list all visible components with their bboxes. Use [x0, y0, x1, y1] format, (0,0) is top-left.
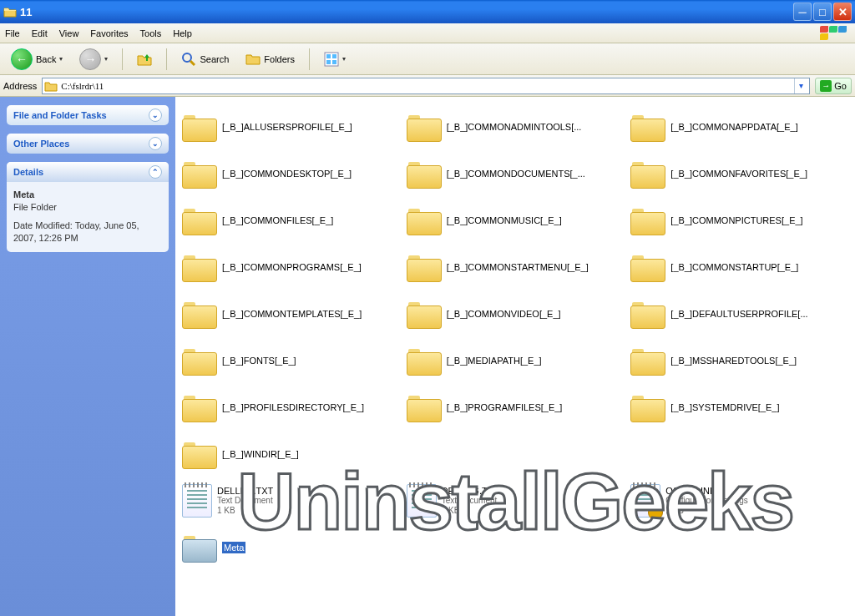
svg-rect-6	[332, 60, 336, 64]
back-dropdown-icon[interactable]: ▾	[59, 55, 63, 63]
file-label: OSVER.INI	[665, 486, 747, 496]
file-item[interactable]: [_B_]ALLUSERSPROFILE[_E_]	[179, 104, 403, 150]
file-item[interactable]: [_B_]COMMONPROGRAMS[_E_]	[179, 244, 403, 290]
address-label: Address	[3, 81, 37, 91]
file-item[interactable]: [_B_]COMMONPICTURES[_E_]	[627, 197, 852, 244]
menu-help[interactable]: Help	[173, 28, 192, 38]
file-label: [_B_]COMMONDOCUMENTS[_...	[447, 169, 585, 179]
menu-favorites[interactable]: Favorites	[90, 28, 128, 38]
file-label: [_B_]COMMONSTARTUP[_E_]	[670, 262, 798, 272]
file-label: [_B_]COMMONSTARTMENU[_E_]	[447, 262, 589, 272]
svg-line-1	[190, 61, 195, 65]
go-button[interactable]: → Go	[815, 78, 852, 94]
panel-details-title: Details	[13, 167, 43, 177]
file-item[interactable]: [_B_]WINDIR[_E_]	[179, 431, 403, 477]
folder-icon	[630, 205, 665, 235]
file-item[interactable]: [_B_]COMMONDOCUMENTS[_...	[403, 150, 628, 197]
address-field[interactable]: ▾	[42, 78, 810, 94]
file-label: [_B_]COMMONPROGRAMS[_E_]	[222, 262, 362, 272]
file-item[interactable]: [_B_]COMMONFAVORITES[_E_]	[627, 150, 852, 197]
address-dropdown-icon[interactable]: ▾	[794, 78, 807, 93]
file-label: [_B_]COMMONVIDEO[_E_]	[447, 309, 561, 319]
svg-rect-4	[332, 54, 336, 58]
file-label: [_B_]PROGRAMFILES[_E_]	[447, 402, 563, 412]
back-icon: ←	[11, 48, 33, 70]
folder-icon	[182, 439, 217, 469]
file-item[interactable]: [_B_]MEDIAPATH[_E_]	[403, 337, 628, 384]
file-label: [_B_]COMMONMUSIC[_E_]	[447, 215, 562, 225]
file-item[interactable]: [_B_]COMMONFILES[_E_]	[179, 197, 403, 244]
back-button[interactable]: ← Back ▾	[5, 45, 68, 73]
file-item[interactable]: [_B_]COMMONMUSIC[_E_]	[403, 197, 628, 244]
go-arrow-icon: →	[820, 80, 832, 92]
file-item[interactable]: [_B_]DEFAULTUSERPROFILE[...	[627, 290, 852, 337]
up-button[interactable]	[131, 48, 158, 70]
address-bar: Address ▾ → Go	[0, 75, 855, 97]
file-item[interactable]: [_B_]COMMONTEMPLATES[_E_]	[179, 290, 403, 337]
file-list[interactable]: [_B_]ALLUSERSPROFILE[_E_][_B_]COMMONADMI…	[175, 97, 855, 616]
menu-file[interactable]: File	[5, 28, 20, 38]
folder-icon	[630, 252, 665, 282]
folder-icon	[407, 392, 442, 422]
folder-open-icon	[182, 533, 217, 563]
folders-label: Folders	[264, 54, 295, 64]
file-item[interactable]: OSVER.INIConfiguration Settings1 KB	[627, 477, 852, 524]
folder-icon	[630, 299, 665, 329]
file-label: [_B_]MEDIAPATH[_E_]	[447, 356, 542, 366]
file-label: [_B_]COMMONADMINTOOLS[...	[447, 122, 582, 132]
svg-point-0	[183, 53, 191, 62]
forward-icon: →	[79, 48, 101, 70]
file-item[interactable]: [_B_]COMMONADMINTOOLS[...	[403, 104, 628, 150]
file-item[interactable]: [_B_]COMMONAPPDATA[_E_]	[627, 104, 852, 150]
file-item[interactable]: [_B_]COMMONSTARTUP[_E_]	[627, 244, 852, 290]
file-item[interactable]: DELLIST.TXTText Document1 KB	[179, 477, 403, 524]
address-input[interactable]	[61, 81, 791, 91]
toolbar: ← Back ▾ → ▾ Search Folders ▾	[0, 43, 855, 75]
folder-icon	[630, 346, 665, 376]
panel-places-header[interactable]: Other Places ⌄	[7, 134, 169, 154]
details-item-modified: Date Modified: Today, June 05, 2007, 12:…	[13, 220, 162, 245]
file-item[interactable]: [_B_]COMMONSTARTMENU[_E_]	[403, 244, 628, 290]
file-item[interactable]: [_B_]COMMONDESKTOP[_E_]	[179, 150, 403, 197]
menu-tools[interactable]: Tools	[140, 28, 162, 38]
back-label: Back	[36, 54, 56, 64]
file-label: [_B_]ALLUSERSPROFILE[_E_]	[222, 122, 352, 132]
minimize-button[interactable]: ─	[793, 3, 812, 21]
forward-button[interactable]: → ▾	[73, 45, 114, 73]
panel-tasks-header[interactable]: File and Folder Tasks ⌄	[7, 105, 169, 125]
file-item[interactable]: DELREG.TXTText Document1 KB	[403, 477, 628, 524]
panel-details: Details ⌃ Meta File Folder Date Modified…	[7, 162, 169, 252]
search-button[interactable]: Search	[175, 48, 235, 70]
menu-view[interactable]: View	[59, 28, 79, 38]
file-label: [_B_]COMMONPICTURES[_E_]	[670, 215, 802, 225]
menu-edit[interactable]: Edit	[32, 28, 48, 38]
file-item[interactable]: [_B_]COMMONVIDEO[_E_]	[403, 290, 628, 337]
details-item-type: File Folder	[13, 201, 162, 214]
text-file-icon	[407, 484, 437, 518]
folder-icon	[182, 299, 217, 329]
views-dropdown-icon[interactable]: ▾	[342, 55, 346, 63]
expand-icon[interactable]: ⌄	[149, 109, 162, 122]
collapse-icon[interactable]: ⌃	[149, 165, 162, 179]
folder-icon	[407, 159, 442, 189]
views-button[interactable]: ▾	[318, 48, 352, 70]
file-item[interactable]: [_B_]PROGRAMFILES[_E_]	[403, 384, 628, 431]
expand-icon[interactable]: ⌄	[149, 137, 162, 150]
folder-icon	[182, 252, 217, 282]
panel-tasks-title: File and Folder Tasks	[13, 110, 107, 120]
folder-icon	[630, 392, 665, 422]
maximize-button[interactable]: □	[813, 3, 832, 21]
file-item[interactable]: [_B_]PROFILESDIRECTORY[_E_]	[179, 384, 403, 431]
folders-button[interactable]: Folders	[240, 48, 301, 70]
file-item[interactable]: [_B_]SYSTEMDRIVE[_E_]	[627, 384, 852, 431]
forward-dropdown-icon[interactable]: ▾	[104, 55, 108, 63]
text-file-icon	[182, 484, 212, 518]
panel-details-header[interactable]: Details ⌃	[7, 162, 169, 182]
file-item[interactable]: [_B_]MSSHAREDTOOLS[_E_]	[627, 337, 852, 384]
close-button[interactable]: ✕	[833, 3, 852, 21]
file-item[interactable]: [_B_]FONTS[_E_]	[179, 337, 403, 384]
folder-icon	[182, 392, 217, 422]
sidebar: File and Folder Tasks ⌄ Other Places ⌄ D…	[0, 97, 175, 616]
file-size: 1 KB	[217, 506, 273, 516]
file-item[interactable]: Meta	[179, 524, 403, 571]
